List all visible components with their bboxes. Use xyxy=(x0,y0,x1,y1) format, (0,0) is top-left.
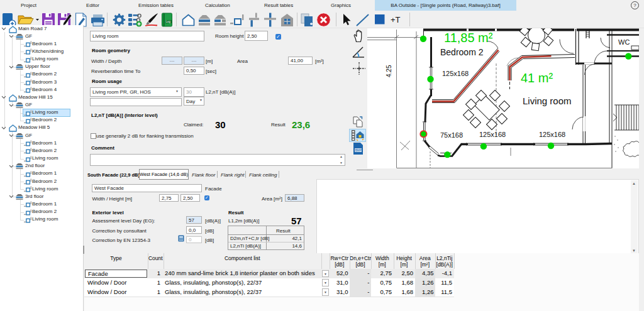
svg-text:41 m²: 41 m² xyxy=(521,71,553,85)
svg-text:Log: Log xyxy=(166,20,171,23)
svg-text:125x168: 125x168 xyxy=(479,131,506,138)
svg-text:4.25: 4.25 xyxy=(386,65,392,77)
svg-text:BMP: BMP xyxy=(355,149,362,152)
svg-text:75x168: 75x168 xyxy=(440,131,463,139)
svg-text:Living room: Living room xyxy=(523,95,572,106)
svg-text:125x168: 125x168 xyxy=(539,131,565,138)
svg-text:11,85 m²: 11,85 m² xyxy=(444,31,493,45)
svg-text:125x168: 125x168 xyxy=(442,70,469,77)
svg-text:WC: WC xyxy=(618,38,630,46)
svg-text:Bedroom 2: Bedroom 2 xyxy=(440,47,484,57)
